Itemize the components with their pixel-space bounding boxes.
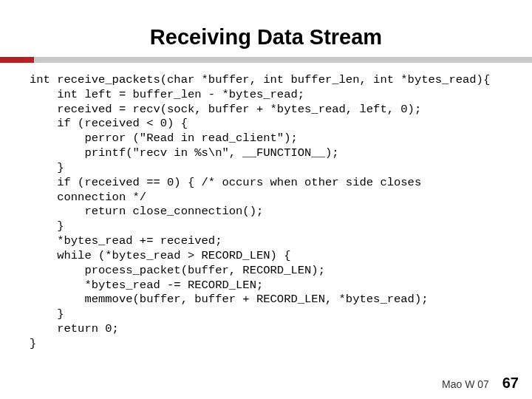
divider-accent — [0, 57, 34, 63]
divider-main — [34, 57, 532, 63]
footer-label: Mao W 07 — [442, 378, 489, 390]
code-block: int receive_packets(char *buffer, int bu… — [30, 73, 502, 352]
code-block-container: int receive_packets(char *buffer, int bu… — [0, 63, 532, 352]
page-number: 67 — [502, 375, 519, 391]
slide-title: Receiving Data Stream — [0, 0, 532, 57]
divider-rule — [0, 57, 532, 63]
footer: Mao W 07 67 — [442, 375, 519, 392]
